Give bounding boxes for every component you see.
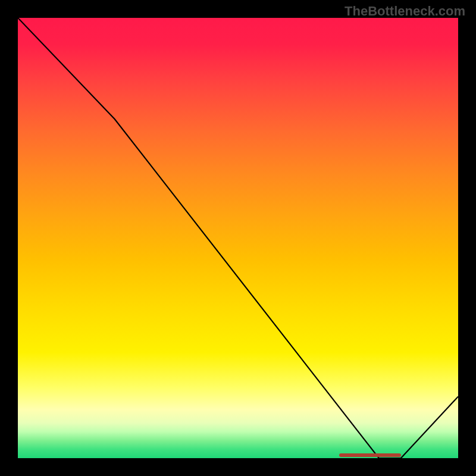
watermark-text: TheBottleneck.com	[345, 4, 465, 19]
optimal-range-marker	[339, 453, 401, 457]
bottleneck-curve	[18, 18, 458, 458]
chart-plot-area	[18, 18, 458, 458]
curve-path	[18, 18, 458, 458]
